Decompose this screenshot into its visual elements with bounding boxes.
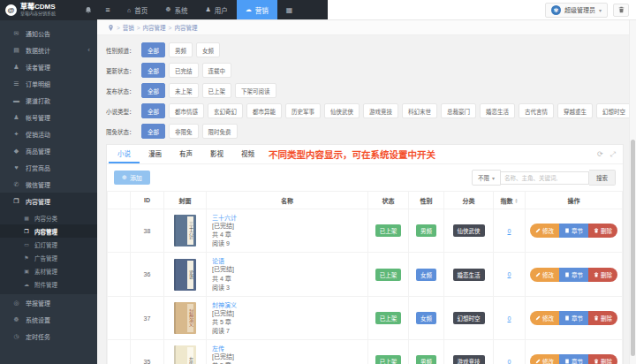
sidebar-subitem[interactable]: ▦ 内容分类 [0,211,97,224]
book-cover[interactable]: 三十六计 [174,215,196,246]
top-nav-item[interactable]: ☁ 营销 [237,0,277,19]
book-title-link[interactable]: 论语 [212,258,224,264]
filter-option[interactable]: 已完结 [169,63,199,78]
edit-button[interactable]: 修改 [530,268,559,282]
sidebar-subitem[interactable]: ▭ 幻灯管理 [0,238,97,251]
sidebar-subitem[interactable]: ☁ 附件管理 [0,277,97,291]
search-button[interactable]: 搜索 [589,170,616,186]
search-scope-dropdown[interactable]: 不限 ▾ [472,170,501,186]
sidebar-subitem[interactable]: ⚑ 广告管理 [0,251,97,264]
sidebar-item[interactable]: ▬ 渠道打款 [0,92,97,109]
delete-button[interactable]: 删除 [588,268,617,282]
filter-option[interactable]: 男频 [169,42,193,57]
content-type-tab[interactable]: 小说 [109,145,140,163]
book-title-link[interactable]: 封神演义 [212,302,237,308]
top-header: ≡ ⌂ 首页 ☸ 系统 ♟ [97,0,636,20]
book-title-link[interactable]: 三十六计 [212,215,237,221]
search-input[interactable] [501,171,589,185]
apps-grid-icon[interactable]: ▦ [277,0,302,19]
edit-button[interactable]: 修改 [530,311,559,325]
sidebar-item-icon: ♥ [12,164,20,171]
filter-option[interactable]: 科幻末世 [402,103,437,118]
index-link[interactable]: 0 [508,315,511,322]
sidebar-item[interactable]: ◷ 定时任务 [0,328,97,345]
delete-button[interactable]: 删除 [588,224,617,238]
index-link[interactable]: 0 [508,359,511,364]
filter-option[interactable]: 全部 [141,103,165,118]
sidebar-item[interactable]: ♟ 读者管理 [0,58,97,75]
sidebar-item[interactable]: ♥ 打赏商品 [0,159,97,176]
top-nav-item[interactable]: ☸ 系统 [156,0,196,19]
content-type-tab[interactable]: 有声 [170,145,201,163]
filter-option[interactable]: 穿越重生 [557,103,593,118]
content-type-tab[interactable]: 视频 [232,145,263,163]
book-cover[interactable]: 封神演义 [174,302,196,334]
hamburger-icon[interactable]: ≡ [97,0,118,19]
chapters-button[interactable]: 章节 [559,354,588,364]
scrollbar-thumb[interactable] [631,140,635,356]
filter-option[interactable]: 游戏竞技 [363,103,398,118]
filter-option[interactable]: 婚恋生活 [480,103,515,118]
filter-option[interactable]: 都市异能 [246,103,282,118]
filter-option[interactable]: 全部 [141,63,165,78]
sidebar-item[interactable]: ✆ 微信管理 [0,176,97,193]
chapters-button[interactable]: 章节 [559,224,588,238]
sidebar-item[interactable]: ▤ 数据统计 ‹ [0,42,97,58]
content-type-tab[interactable]: 影视 [201,145,232,163]
delete-button[interactable]: 删除 [588,311,617,325]
sidebar-item[interactable]: ☰ 订单明细 [0,75,97,92]
filter-option[interactable]: 已上架 [202,83,232,98]
fullscreen-icon[interactable]: ⤢ [610,150,616,159]
sort-icons[interactable]: ▲▼ [515,199,519,202]
chapters-button[interactable]: 章节 [559,311,588,325]
top-nav-item[interactable]: ♟ 用户 [197,0,237,19]
filter-option[interactable]: 全部 [141,124,165,139]
index-link[interactable]: 0 [508,228,511,234]
filter-option[interactable]: 非限免 [169,124,199,139]
vertical-scrollbar[interactable] [629,20,636,364]
breadcrumb-link[interactable]: 内容管理 [174,23,197,32]
sidebar-item[interactable]: ☸ 系统设置 [0,311,97,328]
content-type-tab[interactable]: 漫画 [140,145,170,163]
filter-option[interactable]: 玄幻奇幻 [208,103,243,118]
top-nav-item[interactable]: ⌂ 首页 [118,0,156,19]
sidebar-item[interactable]: ◆ 商品管理 [0,142,97,159]
add-button[interactable]: ⊕ 添加 [114,171,150,185]
filter-option[interactable]: 幻想时空 [596,103,632,118]
row-id: 35 [131,340,164,364]
sidebar-subitem[interactable]: ▣ 素材管理 [0,264,97,277]
sidebar-item[interactable]: ✉ 通知公告 [0,25,97,42]
edit-button[interactable]: 修改 [530,354,559,364]
top-nav-item-label: 首页 [134,5,148,15]
filter-option[interactable]: 连载中 [202,63,232,78]
book-cover[interactable]: 左传 [174,345,196,364]
book-title-link[interactable]: 左传 [212,345,224,352]
bell-icon[interactable] [85,6,92,15]
breadcrumb-link[interactable]: 内容管理 [143,23,166,32]
sidebar-item[interactable]: ◎ 举报管理 [0,294,97,311]
filter-option[interactable]: 仙侠武侠 [324,103,360,118]
filter-option[interactable]: 都市情感 [169,103,204,118]
delete-button[interactable]: 删除 [588,354,617,364]
filter-option[interactable]: 全部 [141,42,165,57]
filter-option[interactable]: 下架可阅读 [235,83,276,98]
sidebar-subitem[interactable]: ❐ 内容管理 [0,224,97,238]
filter-option[interactable]: 女频 [196,42,220,57]
refresh-icon[interactable]: ⟳ [597,150,603,158]
filter-option[interactable]: 古代言情 [519,103,554,118]
filter-option[interactable]: 历史军事 [285,103,321,118]
chapters-button[interactable]: 章节 [559,268,588,282]
index-link[interactable]: 0 [508,271,511,277]
edit-button[interactable]: 修改 [530,224,559,238]
book-cover[interactable]: 论语 [174,259,196,291]
user-menu[interactable]: ✾ 超级管理员 ▾ [545,3,608,18]
filter-option[interactable]: 未上架 [169,83,199,98]
sidebar-item[interactable]: ♟ 帐号管理 [0,109,97,125]
filter-option[interactable]: 全部 [141,83,165,98]
breadcrumb-link[interactable]: 营销 [123,23,134,32]
sidebar-item[interactable]: ✦ 促销活动 [0,125,97,142]
filter-option[interactable]: 总裁豪门 [441,103,476,118]
clear-cache-button[interactable] [613,4,629,17]
filter-option[interactable]: 限时免费 [202,124,238,139]
sidebar-item-content-management[interactable]: ❐ 内容管理 [0,193,97,209]
